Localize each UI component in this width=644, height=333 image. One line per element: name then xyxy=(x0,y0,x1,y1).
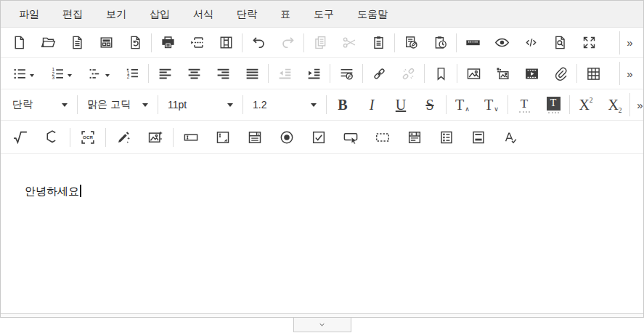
editor-content[interactable]: 안녕하세요 xyxy=(1,154,643,313)
undo-button[interactable] xyxy=(244,30,273,56)
subscript-icon: X xyxy=(608,97,618,112)
select-box-button[interactable] xyxy=(239,124,271,151)
editor-expand-button[interactable] xyxy=(293,317,351,332)
remove-link-button[interactable] xyxy=(394,60,423,87)
checkbox-button[interactable] xyxy=(303,124,335,151)
align-left-button[interactable] xyxy=(150,60,179,87)
strikethrough-button[interactable]: S xyxy=(415,92,444,118)
indent-icon xyxy=(306,66,322,81)
source-code-button[interactable] xyxy=(516,30,545,56)
form-block-button[interactable] xyxy=(462,124,494,151)
menu-help[interactable]: 도움말 xyxy=(346,1,399,27)
image-effect-button[interactable] xyxy=(488,60,517,87)
toolbar-row1-overflow-button[interactable]: » xyxy=(620,36,640,49)
indent-button[interactable] xyxy=(299,60,328,87)
menu-format[interactable]: 서식 xyxy=(182,1,225,27)
toolbar-row3-overflow-button[interactable]: » xyxy=(630,99,644,111)
combo-box-button[interactable] xyxy=(399,124,431,151)
preview-button[interactable] xyxy=(487,30,516,56)
bold-button[interactable]: B xyxy=(328,92,357,118)
page-setup-button[interactable] xyxy=(211,30,240,56)
lines-edit-icon xyxy=(339,66,354,81)
italic-button[interactable]: I xyxy=(357,92,386,118)
textarea-field-button[interactable] xyxy=(207,124,239,151)
outdent-button[interactable] xyxy=(270,60,299,87)
find-replace-button[interactable] xyxy=(545,30,574,56)
toolbar-separator xyxy=(268,64,269,83)
underline-button[interactable]: U xyxy=(386,92,415,118)
format-edit-button[interactable] xyxy=(332,60,361,87)
redo-icon xyxy=(280,35,295,50)
dropdown-caret-icon xyxy=(62,103,68,107)
radio-button-button[interactable] xyxy=(271,124,303,151)
spellcheck-button[interactable] xyxy=(494,124,526,151)
button-element-icon xyxy=(343,129,359,145)
paste-button[interactable] xyxy=(364,30,393,56)
image-icon xyxy=(466,66,481,81)
toolbar-row2-overflow-button[interactable]: » xyxy=(620,68,640,80)
open-file-button[interactable] xyxy=(33,30,62,56)
document-history-icon xyxy=(128,35,143,50)
menu-insert[interactable]: 삽입 xyxy=(138,1,182,27)
background-color-button[interactable]: T xyxy=(539,92,568,118)
fieldset-button[interactable] xyxy=(367,124,399,151)
subscript-button[interactable]: X2 xyxy=(600,92,629,118)
text-color-button[interactable]: T xyxy=(510,92,539,118)
bookmark-button[interactable] xyxy=(426,60,455,87)
font-size-down-button[interactable]: T∨ xyxy=(477,92,506,118)
ruler-icon xyxy=(465,35,481,50)
cut-button[interactable] xyxy=(335,30,364,56)
paste-formatted-button[interactable] xyxy=(396,30,425,56)
chemical-formula-button[interactable] xyxy=(36,124,68,151)
line-height-select[interactable]: 1.2 xyxy=(245,89,325,120)
attach-file-button[interactable] xyxy=(546,60,575,87)
insert-media-button[interactable] xyxy=(517,60,546,87)
copy-button[interactable] xyxy=(306,30,335,56)
list-numbering-button[interactable]: 12 xyxy=(118,60,147,87)
color-indicator xyxy=(519,111,530,113)
paragraph-style-value: 단락 xyxy=(12,98,33,111)
align-right-button[interactable] xyxy=(208,60,237,87)
font-size-up-button[interactable]: T∧ xyxy=(448,92,477,118)
toolbars: »12312»단락맑은 고딕11pt1.2BIUST∧T∨TTX2X2»OCR xyxy=(1,28,643,154)
font-size-value: 11pt xyxy=(168,99,187,111)
revision-history-button[interactable] xyxy=(121,30,150,56)
ruler-button[interactable] xyxy=(458,30,487,56)
template-button[interactable] xyxy=(91,30,121,56)
font-size-select[interactable]: 11pt xyxy=(160,89,241,120)
menu-file[interactable]: 파일 xyxy=(7,1,51,27)
menu-table[interactable]: 표 xyxy=(269,1,302,27)
superscript-button[interactable]: X2 xyxy=(571,92,600,118)
menu-edit[interactable]: 편집 xyxy=(51,1,94,27)
button-element-button[interactable] xyxy=(335,124,367,151)
menu-tools[interactable]: 도구 xyxy=(302,1,346,27)
paragraph-style-select[interactable]: 단락 xyxy=(4,89,76,120)
align-center-button[interactable] xyxy=(179,60,208,87)
multilevel-list-button[interactable] xyxy=(80,60,118,87)
ocr-button[interactable]: OCR xyxy=(72,124,104,151)
bullet-list-button[interactable] xyxy=(4,60,42,87)
menu-view[interactable]: 보기 xyxy=(94,1,138,27)
ai-image-button[interactable] xyxy=(139,124,171,151)
math-formula-button[interactable] xyxy=(4,124,36,151)
insert-link-button[interactable] xyxy=(364,60,394,87)
insert-image-button[interactable] xyxy=(459,60,488,87)
align-justify-button[interactable] xyxy=(237,60,266,87)
toolbar-separator xyxy=(424,64,425,83)
code-icon xyxy=(523,35,539,50)
save-document-button[interactable] xyxy=(62,30,91,56)
page-break-button[interactable] xyxy=(182,30,211,56)
input-field-button[interactable] xyxy=(175,124,207,151)
fullscreen-button[interactable] xyxy=(574,30,603,56)
ai-edit-button[interactable] xyxy=(107,124,139,151)
new-document-button[interactable] xyxy=(4,30,33,56)
numbered-list-button[interactable]: 123 xyxy=(42,60,80,87)
font-family-select[interactable]: 맑은 고딕 xyxy=(79,89,156,120)
paste-timer-button[interactable] xyxy=(425,30,455,56)
checklist-button[interactable] xyxy=(431,124,462,151)
print-button[interactable] xyxy=(153,30,182,56)
menu-paragraph[interactable]: 단락 xyxy=(225,1,269,27)
insert-table-button[interactable] xyxy=(579,60,608,87)
toolbar-separator xyxy=(303,33,304,52)
redo-button[interactable] xyxy=(273,30,302,56)
